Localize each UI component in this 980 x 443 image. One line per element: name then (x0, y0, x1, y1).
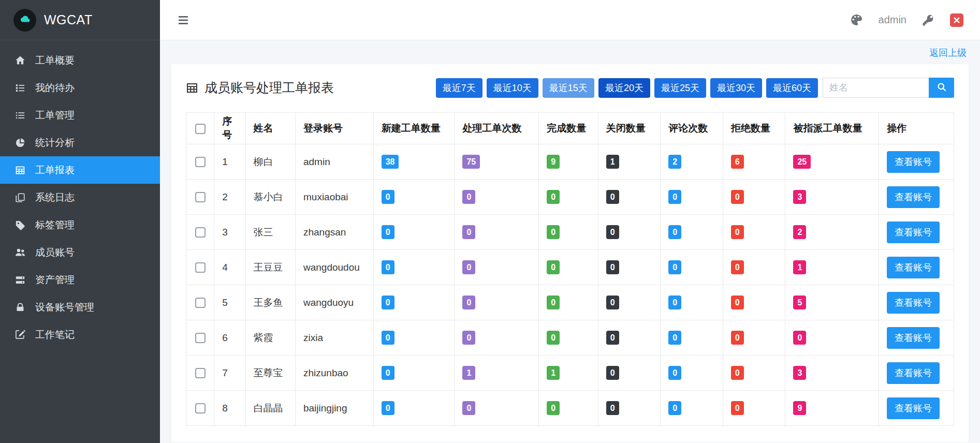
sidebar-item-device-account-management[interactable]: 设备账号管理 (0, 293, 160, 321)
table-row: 2慕小白muxiaobai0000003查看账号 (186, 180, 954, 215)
filter-button-last-7-days[interactable]: 最近7天 (436, 78, 482, 98)
select-all-checkbox[interactable] (195, 124, 206, 134)
cell-actions: 查看账号 (879, 285, 954, 320)
cell-count: 0 (723, 391, 785, 426)
cell-account: zhizunbao (295, 356, 373, 391)
filter-button-last-15-days[interactable]: 最近15天 (543, 78, 594, 98)
table-row: 8白晶晶baijingjing0000009查看账号 (186, 391, 954, 426)
cell-count: 0 (598, 180, 661, 215)
row-checkbox[interactable] (195, 227, 206, 238)
sidebar-item-work-order-management[interactable]: 工单管理 (0, 101, 160, 129)
count-badge: 0 (668, 296, 681, 310)
count-badge: 38 (382, 155, 399, 169)
search-icon (937, 82, 947, 94)
view-account-button[interactable]: 查看账号 (887, 292, 940, 314)
count-badge: 0 (793, 331, 806, 345)
table-row: 3张三zhangsan0000002查看账号 (186, 215, 954, 250)
row-checkbox[interactable] (195, 403, 206, 414)
filter-button-last-30-days[interactable]: 最近30天 (710, 78, 762, 98)
cell-actions: 查看账号 (879, 144, 954, 180)
logout-icon[interactable] (950, 13, 963, 27)
cell-count: 0 (723, 320, 785, 356)
cell-name: 至尊宝 (245, 356, 295, 391)
count-badge: 0 (462, 401, 475, 416)
sidebar-item-tag-management[interactable]: 标签管理 (0, 211, 160, 239)
cell-count: 5 (785, 285, 879, 320)
count-badge: 0 (547, 190, 560, 204)
view-account-button[interactable]: 查看账号 (887, 362, 940, 384)
cell-account: muxiaobai (295, 180, 373, 215)
cell-index: 3 (214, 215, 245, 250)
filter-button-last-20-days[interactable]: 最近20天 (598, 78, 650, 98)
password-key-icon[interactable] (922, 14, 934, 26)
view-account-button[interactable]: 查看账号 (887, 327, 940, 349)
row-checkbox[interactable] (195, 333, 206, 343)
count-badge: 0 (668, 401, 681, 416)
view-account-button[interactable]: 查看账号 (887, 222, 940, 243)
filter-button-last-60-days[interactable]: 最近60天 (766, 78, 818, 98)
count-badge: 0 (606, 225, 619, 240)
count-badge: 0 (462, 296, 475, 310)
report-card: 成员账号处理工单报表 最近7天最近10天最近15天最近20天最近25天最近30天… (171, 64, 969, 442)
cell-count: 1 (598, 144, 661, 180)
count-badge: 5 (793, 296, 806, 310)
cell-count: 0 (455, 180, 539, 215)
search-input[interactable] (823, 78, 929, 98)
cell-count: 0 (661, 356, 723, 391)
cell-count: 0 (661, 250, 723, 285)
row-checkbox[interactable] (195, 262, 206, 273)
row-checkbox[interactable] (195, 298, 206, 308)
filter-button-last-10-days[interactable]: 最近10天 (487, 78, 538, 98)
cell-actions: 查看账号 (879, 250, 954, 285)
server-icon (13, 275, 27, 285)
cell-count: 0 (661, 391, 723, 426)
filter-button-last-25-days[interactable]: 最近25天 (654, 78, 706, 98)
count-badge: 1 (462, 366, 475, 380)
column-header-4: 处理工单次数 (455, 113, 539, 144)
search-button[interactable] (929, 78, 954, 98)
sidebar-item-work-order-summary[interactable]: 工单概要 (0, 47, 160, 74)
row-checkbox[interactable] (195, 192, 206, 202)
page-title: 成员账号处理工单报表 (186, 79, 334, 96)
row-checkbox[interactable] (195, 157, 206, 167)
logo-area: WGCAT (0, 0, 160, 40)
row-checkbox-cell (186, 356, 214, 391)
sidebar-item-work-order-report[interactable]: 工单报表 (0, 156, 160, 184)
cell-name: 白晶晶 (245, 391, 295, 426)
sidebar-item-system-log[interactable]: 系统日志 (0, 184, 160, 211)
row-checkbox[interactable] (195, 368, 206, 378)
main-area: admin 返回上级 成员账号处理工单报表 最近7天最近10天最近15天最近20… (160, 0, 980, 443)
menu-toggle-icon[interactable] (177, 13, 190, 27)
view-account-button[interactable]: 查看账号 (887, 397, 940, 419)
sidebar-item-my-todo[interactable]: 我的待办 (0, 74, 160, 101)
tasks-icon (13, 83, 27, 93)
cell-count: 0 (373, 285, 455, 320)
content-area: 返回上级 成员账号处理工单报表 最近7天最近10天最近15天最近20天最近25天… (160, 40, 980, 443)
view-account-button[interactable]: 查看账号 (887, 151, 940, 173)
sidebar-item-work-notes[interactable]: 工作笔记 (0, 321, 160, 348)
count-badge: 0 (668, 331, 681, 345)
cell-count: 0 (661, 180, 723, 215)
cell-count: 0 (723, 285, 785, 320)
table-header-row: 序号姓名登录账号新建工单数量处理工单次数完成数量关闭数量评论次数拒绝数量被指派工… (186, 113, 954, 144)
sidebar-item-member-accounts[interactable]: 成员账号 (0, 239, 160, 266)
cell-name: 慕小白 (245, 180, 295, 215)
back-to-parent-link[interactable]: 返回上级 (929, 47, 967, 59)
view-account-button[interactable]: 查看账号 (887, 186, 940, 208)
cell-count: 1 (455, 356, 539, 391)
sidebar-item-statistics-analysis[interactable]: 统计分析 (0, 129, 160, 156)
sidebar-item-label: 成员账号 (35, 246, 75, 259)
column-header-3: 新建工单数量 (373, 113, 455, 144)
table-row: 5王多鱼wangduoyu0000005查看账号 (186, 285, 954, 320)
cell-count: 2 (785, 215, 879, 250)
sidebar-item-asset-management[interactable]: 资产管理 (0, 266, 160, 293)
view-account-button[interactable]: 查看账号 (887, 257, 940, 278)
table-row: 1柳白admin3875912625查看账号 (186, 144, 954, 180)
count-badge: 25 (793, 155, 811, 169)
cell-account: wangduoyu (295, 285, 373, 320)
cell-count: 9 (539, 144, 598, 180)
theme-palette-icon[interactable] (850, 13, 863, 26)
column-header-0: 序号 (214, 113, 245, 144)
count-badge: 0 (547, 225, 560, 240)
count-badge: 0 (731, 401, 744, 416)
